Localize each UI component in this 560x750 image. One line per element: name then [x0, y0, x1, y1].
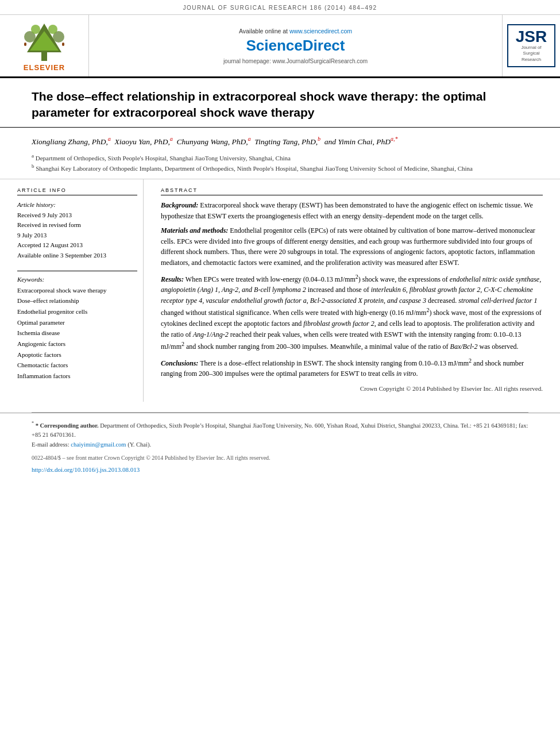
conclusions-heading: Conclusions: [161, 359, 198, 367]
elsevier-tree-icon [18, 21, 70, 61]
conclusions-italic: in vitro [396, 370, 416, 378]
results-text-3: increased and those of [306, 286, 371, 294]
keyword-1: Extracorporeal shock wave therapy [17, 285, 137, 296]
jsr-badge: JSR Journal of Surgical Research [507, 24, 555, 67]
journal-header: JOURNAL OF SURGICAL RESEARCH 186 (2014) … [0, 0, 560, 15]
results-text-1: When EPCs were treated with low-energy (… [184, 275, 356, 283]
copyright-line: Crown Copyright © 2014 Published by Else… [161, 384, 543, 394]
article-title-section: The dose–effect relationship in extracor… [0, 78, 560, 128]
authors-and-yimin: and Yimin Chai, PhD [325, 137, 391, 145]
corresponding-label: * Corresponding author. [36, 422, 99, 429]
abstract-background: Background: Extracorporeal shock wave th… [161, 200, 543, 221]
author-xiaoyu: Xiaoyu Yan, PhD, [115, 137, 170, 145]
keywords-list: Extracorporeal shock wave therapy Dose–e… [17, 285, 137, 382]
results-text-2: ) shock wave, the expressions of [358, 275, 450, 283]
abstract-results: Results: When EPCs were treated with low… [161, 272, 543, 352]
results-text-9: and shock number ranging from 200–300 im… [184, 343, 450, 351]
author-xiongliang: Xiongliang Zhang, PhD, [32, 137, 108, 145]
affiliations: a Department of Orthopedics, Sixth Peopl… [32, 152, 528, 173]
keywords-section-label [17, 269, 137, 271]
abstract-block: Background: Extracorporeal shock wave th… [161, 200, 543, 394]
article-info-label: ARTICLE INFO [17, 187, 137, 195]
corresponding-author: * * Corresponding author. Department of … [32, 420, 528, 440]
results-italic-6: Bax/Bcl-2 [450, 343, 478, 351]
results-heading: Results: [161, 275, 184, 283]
available-date: Available online 3 September 2013 [17, 252, 106, 259]
jsr-acronym: JSR [516, 28, 547, 45]
background-text: Extracorporeal shock wave therapy (ESWT)… [161, 201, 533, 220]
sciencedirect-box: Available online at www.sciencedirect.co… [89, 15, 503, 76]
keyword-2: Dose–effect relationship [17, 295, 137, 306]
history-label: Article history: [17, 200, 137, 210]
results-text-10: was observed. [478, 343, 519, 351]
footer-section: * * Corresponding author. Department of … [0, 413, 560, 479]
abstract-methods: Materials and methods: Endothelial proge… [161, 225, 543, 268]
affiliation-b: b Shanghai Key Laboratory of Orthopedic … [32, 163, 528, 173]
svg-rect-8 [62, 43, 64, 46]
methods-heading: Materials and methods: [161, 226, 228, 234]
elsevier-wordmark: ELSEVIER [24, 63, 65, 72]
keyword-3: Endothelial progenitor cells [17, 306, 137, 317]
left-column: ARTICLE INFO Article history: Received 9… [17, 179, 144, 402]
abstract-section-label: ABSTRACT [161, 187, 543, 195]
email-line: E-mail address: chaiyimin@gmail.com (Y. … [32, 440, 528, 450]
background-heading: Background: [161, 201, 198, 209]
svg-rect-0 [41, 52, 47, 61]
two-col-body: ARTICLE INFO Article history: Received 9… [0, 179, 560, 402]
authors-section: Xiongliang Zhang, PhD,a Xiaoyu Yan, PhD,… [0, 128, 560, 179]
conclusions-text-3: . [416, 370, 418, 378]
results-text-5: changed without statistical significance… [161, 309, 426, 317]
results-italic-5: Ang-1/Ang-2 [193, 330, 229, 339]
results-text-4: decreased. [426, 297, 458, 305]
sciencedirect-url[interactable]: www.sciencedirect.com [289, 28, 352, 34]
svg-point-6 [48, 25, 57, 34]
email-label: E-mail address: [32, 441, 71, 448]
keywords-label: Keywords: [17, 276, 137, 283]
accepted-date: Accepted 12 August 2013 [17, 241, 83, 248]
keyword-8: Chemotactic factors [17, 360, 137, 371]
received-date: Received 9 July 2013 [17, 211, 72, 218]
available-online-text: Available online at www.sciencedirect.co… [239, 28, 352, 34]
article-info-block: Article history: Received 9 July 2013 Re… [17, 200, 137, 261]
journal-homepage: journal homepage: www.JournalofSurgicalR… [223, 58, 368, 64]
jsr-full-name-line2: Surgical Research [514, 51, 549, 63]
revised-label: Received in revised form [17, 221, 81, 228]
keyword-4: Optimal parameter [17, 317, 137, 328]
results-italic-3: stromal cell-derived factor 1 [458, 297, 537, 305]
jsr-full-name-line1: Journal of [514, 45, 549, 51]
svg-point-5 [31, 25, 40, 34]
keyword-9: Inflammation factors [17, 371, 137, 382]
results-italic-4: fibroblast growth factor 2 [303, 320, 374, 328]
jsr-logo-box: JSR Journal of Surgical Research [503, 15, 560, 76]
keyword-7: Apoptotic factors [17, 349, 137, 360]
keyword-6: Angiogenic factors [17, 339, 137, 349]
article-title: The dose–effect relationship in extracor… [32, 89, 528, 121]
corresponding-text: Department of Orthopedics, Sixth People’… [32, 422, 528, 439]
elsevier-logo-box: ELSEVIER [0, 15, 89, 76]
email-link[interactable]: chaiyimin@gmail.com [71, 441, 126, 448]
email-suffix: (Y. Chai). [126, 441, 152, 448]
revised-date: 9 July 2013 [17, 232, 47, 239]
author-tingting: Tingting Tang, PhD, [254, 137, 318, 145]
sciencedirect-title: ScienceDirect [246, 37, 345, 55]
authors-line: Xiongliang Zhang, PhD,a Xiaoyu Yan, PhD,… [32, 134, 528, 148]
affiliation-a: a Department of Orthopedics, Sixth Peopl… [32, 152, 528, 163]
right-column: ABSTRACT Background: Extracorporeal shoc… [155, 179, 543, 402]
publisher-row: ELSEVIER Available online at www.science… [0, 15, 560, 78]
keywords-block: Keywords: Extracorporeal shock wave ther… [17, 269, 137, 382]
svg-rect-7 [24, 43, 26, 46]
conclusions-text: There is a dose–effect relationship in E… [198, 359, 469, 367]
abstract-conclusions: Conclusions: There is a dose–effect rela… [161, 356, 543, 379]
issn-line: 0022-4804/$ – see front matter Crown Cop… [32, 453, 528, 463]
author-chunyang: Chunyang Wang, PhD, [177, 137, 248, 145]
doi-link[interactable]: http://dx.doi.org/10.1016/j.jss.2013.08.… [32, 465, 528, 475]
keyword-5: Ischemia disease [17, 328, 137, 339]
